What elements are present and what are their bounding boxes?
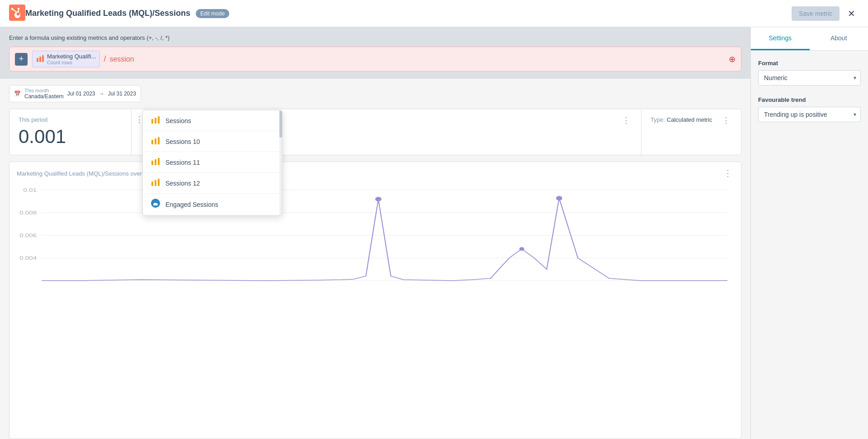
metric-chip-text: Marketing Qualifi... — [47, 53, 96, 60]
warning-icon: ⊕ — [729, 54, 736, 64]
svg-rect-3 — [42, 55, 44, 62]
this-period-cell: This period 0.001 — [9, 109, 132, 155]
svg-rect-11 — [155, 159, 156, 165]
date-timezone: Canada/Eastern — [24, 93, 64, 100]
date-end: Jul 31 2023 — [108, 91, 136, 97]
tab-about[interactable]: About — [810, 27, 868, 50]
suggestion-engaged-sessions[interactable]: Engaged Sessions — [143, 194, 282, 215]
svg-rect-1 — [37, 58, 38, 62]
svg-text:0.008: 0.008 — [19, 210, 37, 215]
svg-rect-4 — [151, 119, 153, 124]
suggestion-sessions12[interactable]: Sessions 12 — [143, 173, 282, 194]
favourable-select[interactable]: Trending up is positive Trending down is… — [758, 107, 861, 122]
svg-point-27 — [556, 196, 562, 200]
suggestion-label-sessions10: Sessions 10 — [165, 138, 200, 145]
metric-chip[interactable]: Marketing Qualifi... Count rows — [32, 51, 100, 67]
sessions-bar-icon — [150, 115, 161, 126]
calendar-icon: 📅 — [14, 91, 21, 97]
date-start: Jul 01 2023 — [67, 91, 95, 97]
main-layout: Enter a formula using existing metrics a… — [0, 27, 868, 439]
this-period-label: This period — [19, 116, 122, 123]
metric-chip-icon — [36, 54, 44, 64]
chart-area: Marketing Qualified Leads (MQL)/Sessions… — [9, 162, 741, 439]
svg-rect-2 — [39, 57, 41, 62]
format-label: Format — [758, 60, 861, 67]
this-period-value: 0.001 — [19, 126, 122, 148]
favourable-label: Favourable trend — [758, 96, 861, 103]
session-input[interactable] — [109, 55, 200, 63]
suggestion-label-sessions11: Sessions 11 — [165, 159, 200, 166]
suggestion-label-sessions12: Sessions 12 — [165, 180, 200, 187]
svg-point-26 — [375, 197, 382, 201]
suggestion-sessions10[interactable]: Sessions 10 — [143, 131, 282, 152]
format-field-group: Format Numeric Percentage Currency ▾ — [758, 60, 861, 86]
save-metric-button[interactable]: Save metric — [792, 6, 840, 21]
favourable-field-group: Favourable trend Trending up is positive… — [758, 96, 861, 122]
svg-rect-0 — [9, 5, 25, 21]
date-chip[interactable]: 📅 This month Canada/Eastern Jul 01 2023 … — [9, 85, 141, 102]
format-select[interactable]: Numeric Percentage Currency — [758, 70, 861, 86]
settings-tabs-row: Settings About — [751, 27, 868, 51]
panel-content: Format Numeric Percentage Currency ▾ Fav… — [751, 51, 868, 142]
date-arrow: → — [99, 91, 104, 97]
formula-input-row: + Marketing Qualifi... Count rows / ⊕ — [9, 47, 741, 72]
chart-canvas: 0.01 0.008 0.006 0.004 — [17, 181, 734, 290]
svg-rect-13 — [151, 181, 153, 186]
tab-settings[interactable]: Settings — [751, 27, 810, 50]
svg-rect-8 — [155, 138, 156, 144]
date-row: 📅 This month Canada/Eastern Jul 01 2023 … — [0, 79, 750, 102]
chart-dots-button[interactable]: ⋮ — [722, 169, 734, 177]
content-panel: Enter a formula using existing metrics a… — [0, 27, 750, 439]
svg-text:0.01: 0.01 — [24, 187, 37, 193]
svg-text:0.006: 0.006 — [19, 233, 37, 238]
suggestion-sessions11[interactable]: Sessions 11 — [143, 152, 282, 173]
svg-rect-10 — [151, 161, 153, 165]
add-metric-button[interactable]: + — [15, 53, 28, 66]
formula-area: Enter a formula using existing metrics a… — [0, 27, 750, 79]
sessions10-bar-icon — [150, 136, 161, 147]
svg-rect-7 — [151, 140, 153, 144]
date-period-label: This month — [24, 88, 64, 93]
edit-mode-badge: Edit mode — [196, 9, 229, 18]
metric-chip-sub: Count rows — [47, 60, 96, 65]
format-select-wrapper: Numeric Percentage Currency ▾ — [758, 70, 861, 86]
sessions11-bar-icon — [150, 157, 161, 168]
favourable-select-wrapper: Trending up is positive Trending down is… — [758, 107, 861, 122]
divider-operator: / — [104, 54, 106, 64]
svg-rect-9 — [158, 137, 160, 144]
sessions12-bar-icon — [150, 177, 161, 189]
close-button[interactable]: ✕ — [844, 7, 859, 20]
svg-rect-12 — [158, 158, 160, 165]
svg-text:0.004: 0.004 — [19, 255, 37, 261]
type-dots-button[interactable]: ⋮ — [720, 116, 732, 124]
svg-point-28 — [519, 247, 524, 251]
metrics-grid: This period 0.001 ⋮ vs Back 1 year ⋮ No … — [9, 109, 741, 155]
engaged-sessions-cloud-icon — [150, 198, 161, 210]
right-panel: Settings About Format Numeric Percentage… — [750, 27, 868, 439]
suggestion-label-engaged-sessions: Engaged Sessions — [165, 201, 218, 208]
top-bar: Marketing Qualified Leads (MQL)/Sessions… — [0, 0, 868, 27]
svg-rect-5 — [155, 118, 156, 124]
hubspot-logo — [9, 5, 25, 22]
svg-rect-6 — [158, 116, 160, 124]
type-cell: Type: Calculated metric ⋮ — [642, 109, 741, 155]
suggestion-sessions[interactable]: Sessions — [143, 110, 282, 131]
type-label: Type: — [651, 116, 665, 123]
svg-rect-15 — [158, 179, 160, 186]
svg-rect-14 — [155, 180, 156, 186]
vs-back-dots-button[interactable]: ⋮ — [620, 116, 632, 124]
suggestions-dropdown: Sessions Sessions 10 Sessions 11 — [142, 110, 283, 216]
suggestion-label-sessions: Sessions — [165, 117, 191, 124]
chart-svg: 0.01 0.008 0.006 0.004 — [17, 181, 734, 290]
type-value: Calculated metric — [667, 116, 718, 123]
page-title: Marketing Qualified Leads (MQL)/Sessions — [25, 9, 190, 18]
formula-hint: Enter a formula using existing metrics a… — [9, 34, 741, 41]
